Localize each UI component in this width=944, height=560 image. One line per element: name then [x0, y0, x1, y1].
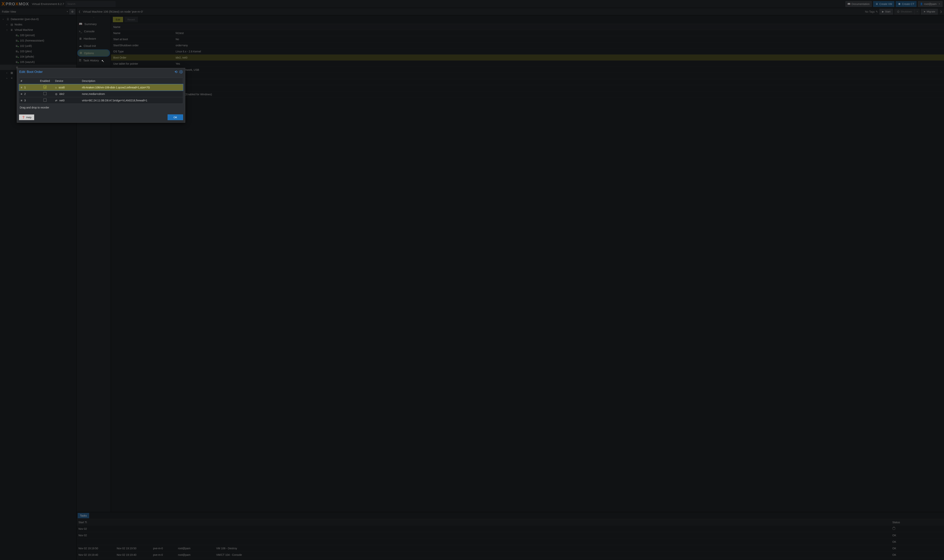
drag-handle-icon[interactable]: ≡ [21, 99, 22, 102]
enabled-checkbox[interactable] [43, 92, 46, 95]
boot-order-header: # Enabled Device Description [19, 78, 183, 84]
mouse-cursor-icon: ↖ [101, 59, 104, 63]
drag-handle-icon[interactable]: ≡ [21, 86, 22, 89]
dialog-close-button[interactable]: ⓧ [179, 70, 183, 74]
enabled-checkbox[interactable] [43, 86, 46, 89]
ok-button[interactable]: OK [168, 114, 183, 120]
cd-icon: ◎ [55, 92, 57, 95]
help-button[interactable]: ❓Help [19, 114, 34, 120]
hdd-icon: ⌂ [55, 86, 57, 89]
boot-order-dialog: Edit: Boot Order ⟲ ⓧ # Enabled Device De… [17, 68, 185, 123]
help-icon: ❓ [22, 116, 25, 119]
drag-handle-icon[interactable]: ≡ [21, 92, 22, 95]
boot-order-row[interactable]: ≡2◎ide2none,media=cdrom [19, 91, 183, 97]
dialog-title: Edit: Boot Order [19, 70, 43, 74]
boot-order-row[interactable]: ≡1⌂scsi0nfs-kraken:106/vm-106-disk-1.qco… [19, 84, 183, 91]
net-icon: ⇄ [55, 99, 57, 102]
enabled-checkbox[interactable] [43, 98, 46, 102]
dialog-reset-button[interactable]: ⟲ [174, 70, 177, 74]
boot-order-row[interactable]: ≡3⇄net0virtio=BC:24:11:0B:D8:A7,bridge=V… [19, 97, 183, 104]
reorder-hint: Drag and drop to reorder [19, 104, 183, 112]
